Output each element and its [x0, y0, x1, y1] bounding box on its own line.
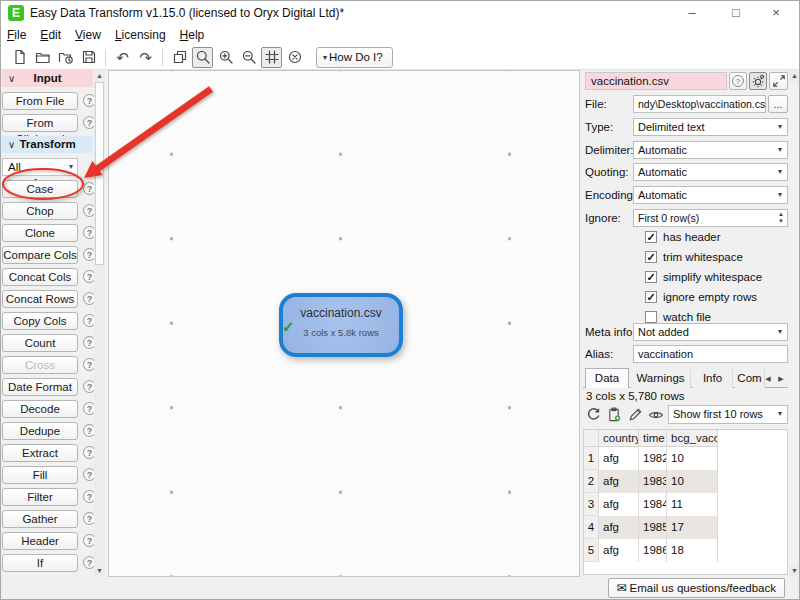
sidebar-item-dedupe[interactable]: Dedupe	[2, 422, 78, 440]
toolbar: ↶↷ ▾ How Do I?	[0, 45, 800, 70]
maximize-button[interactable]: □	[716, 0, 756, 26]
checkbox-ignore-empty-rows[interactable]: ✓ignore empty rows	[645, 290, 757, 304]
checkbox-box[interactable]: ✓	[645, 291, 657, 303]
scroll-up-icon[interactable]: ▲	[94, 70, 105, 82]
sidebar-scroll-thumb[interactable]	[95, 82, 104, 265]
zoom-out-button[interactable]	[238, 47, 259, 68]
sidebar-item-copy-cols[interactable]: Copy Cols	[2, 312, 78, 330]
workflow-canvas[interactable]: vaccination.csv 3 cols x 5.8k rows ✓	[108, 70, 580, 577]
sidebar-item-header[interactable]: Header	[2, 532, 78, 550]
sidebar-item-extract[interactable]: Extract	[2, 444, 78, 462]
expand-button[interactable]	[769, 72, 788, 90]
ignore-label: Ignore:	[585, 209, 621, 227]
sidebar-item-gather[interactable]: Gather	[2, 510, 78, 528]
table-cell: 1986	[639, 539, 667, 562]
recent-files-button[interactable]	[55, 47, 76, 68]
sidebar-item-clone[interactable]: Clone	[2, 224, 78, 242]
sidebar-item-fill[interactable]: Fill	[2, 466, 78, 484]
type-dropdown[interactable]: Delimited text ▾	[633, 118, 788, 136]
checkbox-watch-file[interactable]: watch file	[645, 310, 711, 324]
meta-info-dropdown[interactable]: Not added ▾	[633, 323, 788, 341]
settings-button[interactable]	[749, 72, 767, 90]
undo-button[interactable]: ↶	[112, 47, 133, 68]
email-feedback-button[interactable]: ✉ Email us questions/feedback	[608, 578, 785, 598]
rows-shown-dropdown[interactable]: Show first 10 rows ▾	[668, 405, 788, 424]
sidebar-item-count[interactable]: Count	[2, 334, 78, 352]
new-file-button[interactable]	[9, 47, 30, 68]
sidebar-item-decode[interactable]: Decode	[2, 400, 78, 418]
sidebar-item-concat-cols[interactable]: Concat Cols	[2, 268, 78, 286]
data-preview-table[interactable]: countrytimebcg_vacc1afg1982102afg1983103…	[583, 429, 788, 575]
row-number-cell: 1	[584, 447, 599, 470]
menu-item-file[interactable]: File	[0, 26, 33, 42]
tab-com[interactable]: Com	[735, 369, 765, 388]
browse-button[interactable]: ...	[768, 95, 788, 113]
menu-item-licensing[interactable]: Licensing	[108, 26, 173, 42]
checkbox-box[interactable]: ✓	[645, 271, 657, 283]
tab-scroll-left-icon[interactable]: ◀	[762, 372, 774, 386]
transform-filter-dropdown[interactable]: All transforms▾	[2, 158, 78, 176]
sidebar-item-from-file[interactable]: From File	[2, 92, 78, 110]
minimize-button[interactable]: –	[672, 0, 712, 26]
sidebar-scrollbar[interactable]: ▲ ▼	[94, 70, 105, 577]
pan-zoom-button[interactable]	[192, 47, 213, 68]
redo-button[interactable]: ↷	[135, 47, 156, 68]
save-button[interactable]	[78, 47, 99, 68]
disconnect-button[interactable]	[284, 47, 305, 68]
scroll-up-icon[interactable]: ▲	[789, 70, 800, 82]
node-name-field[interactable]	[585, 72, 727, 90]
sidebar-item-filter[interactable]: Filter	[2, 488, 78, 506]
checkbox-simplify-whitespace[interactable]: ✓simplify whitespace	[645, 270, 762, 284]
encoding-value: Automatic	[638, 189, 687, 201]
zoom-in-button[interactable]	[215, 47, 236, 68]
file-path-field[interactable]: ndy\Desktop\vaccination.csv	[633, 95, 766, 113]
delimiter-dropdown[interactable]: Automatic ▾	[633, 141, 788, 159]
tab-data[interactable]: Data	[585, 368, 629, 388]
table-row: 3afg198411	[584, 493, 787, 516]
checkbox-box[interactable]: ✓	[645, 231, 657, 243]
section-header-input[interactable]: ∨Input	[2, 70, 93, 87]
sidebar-item-from-clipboard[interactable]: From Clipboard	[2, 114, 78, 132]
close-button[interactable]: ×	[756, 0, 796, 26]
copy-to-clipboard-button[interactable]	[604, 405, 624, 425]
how-do-i-button[interactable]: ▾ How Do I?	[316, 47, 393, 68]
open-folder-button[interactable]	[32, 47, 53, 68]
sidebar-item-if[interactable]: If	[2, 554, 78, 572]
preview-button[interactable]	[646, 405, 666, 425]
sidebar-item-case[interactable]: Case	[2, 180, 78, 198]
scroll-down-icon[interactable]: ▼	[94, 565, 105, 577]
toggle-grid-button[interactable]	[261, 47, 282, 68]
menu-item-help[interactable]: Help	[173, 26, 212, 42]
tab-info[interactable]: Info	[693, 369, 733, 388]
duplicate-button[interactable]	[169, 47, 190, 68]
pan-zoom-icon	[195, 49, 211, 65]
tab-warnings[interactable]: Warnings	[631, 369, 691, 388]
ignore-rows-spinner[interactable]: First 0 row(s) ▲▼	[633, 209, 788, 227]
sidebar-item-compare-cols[interactable]: Compare Cols	[2, 246, 78, 264]
checkbox-trim-whitespace[interactable]: ✓trim whitespace	[645, 250, 743, 264]
help-icon: ?	[732, 75, 744, 87]
tab-scroll-right-icon[interactable]: ▶	[775, 372, 787, 386]
sidebar-item-cross[interactable]: Cross	[2, 356, 78, 374]
node-vaccination-csv[interactable]: vaccination.csv 3 cols x 5.8k rows ✓	[279, 293, 403, 357]
alias-field[interactable]: vaccination	[633, 345, 788, 363]
encoding-dropdown[interactable]: Automatic ▾	[633, 186, 788, 204]
menu-item-view[interactable]: View	[68, 26, 108, 42]
edit-button[interactable]	[625, 405, 645, 425]
quoting-dropdown[interactable]: Automatic ▾	[633, 163, 788, 181]
sidebar-item-concat-rows[interactable]: Concat Rows	[2, 290, 78, 308]
inspector-scrollbar[interactable]: ▲ ▼	[789, 70, 800, 577]
refresh-button[interactable]	[583, 405, 603, 425]
checkbox-box[interactable]	[645, 311, 657, 323]
menu-item-edit[interactable]: Edit	[33, 26, 68, 42]
sidebar-item-date-format[interactable]: Date Format	[2, 378, 78, 396]
spinner-up-icon[interactable]: ▲▼	[778, 211, 784, 225]
checkbox-box[interactable]: ✓	[645, 251, 657, 263]
table-cell: 1985	[639, 516, 667, 539]
help-button[interactable]: ?	[729, 72, 747, 90]
checkbox-has-header[interactable]: ✓has header	[645, 230, 721, 244]
section-header-transform[interactable]: ∨Transform	[2, 136, 93, 153]
sidebar-item-chop[interactable]: Chop	[2, 202, 78, 220]
scroll-down-icon[interactable]: ▼	[789, 565, 800, 577]
type-value: Delimited text	[638, 121, 705, 133]
